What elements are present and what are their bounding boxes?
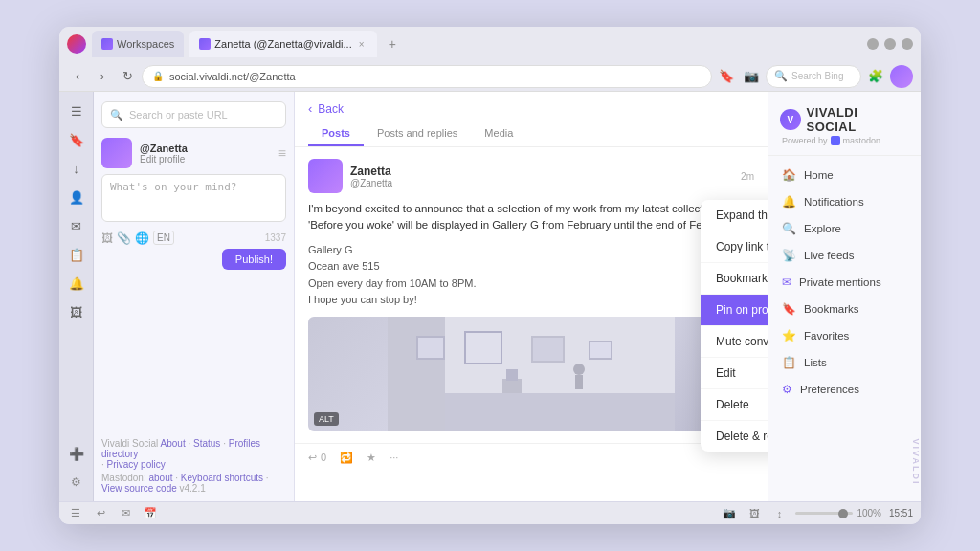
ctx-pin-profile[interactable]: Pin on profile bbox=[701, 295, 768, 326]
ctx-expand-post[interactable]: Expand this post bbox=[701, 200, 768, 231]
sidebar-contacts-icon[interactable]: 👤 bbox=[65, 186, 88, 209]
powered-by: Powered by mastodon bbox=[780, 136, 909, 145]
nav-private-mentions[interactable]: ✉ Private mentions bbox=[768, 269, 921, 296]
new-tab-button[interactable]: + bbox=[383, 34, 402, 54]
favorite-action[interactable]: ★ bbox=[367, 452, 376, 464]
reload-button[interactable]: ↻ bbox=[117, 66, 138, 87]
compose-input[interactable]: What's on your mind? bbox=[101, 174, 286, 222]
keyboard-shortcuts-link[interactable]: Keyboard shortcuts bbox=[181, 473, 263, 483]
sidebar-mail-icon[interactable]: ✉ bbox=[65, 214, 88, 237]
ctx-mute-conversation[interactable]: Mute conversation bbox=[701, 326, 768, 358]
bottom-panel-icon[interactable]: ☰ bbox=[67, 505, 84, 522]
explore-icon: 🔍 bbox=[782, 222, 796, 235]
bottom-calendar-icon[interactable]: 📅 bbox=[142, 505, 159, 522]
ctx-edit[interactable]: Edit bbox=[701, 358, 768, 389]
nav-home[interactable]: 🏠 Home bbox=[768, 162, 921, 188]
language-icon[interactable]: EN bbox=[153, 231, 174, 245]
nav-bookmarks[interactable]: 🔖 Bookmarks bbox=[768, 296, 921, 322]
vivaldi-social-label: Vivaldi Social bbox=[101, 438, 158, 449]
post-location: Gallery G Ocean ave 515 Open every day f… bbox=[308, 242, 754, 309]
sidebar-notes-icon[interactable]: 📋 bbox=[65, 243, 88, 266]
search-label: Search Bing bbox=[791, 71, 843, 81]
tab-posts-replies[interactable]: Posts and replies bbox=[364, 121, 471, 146]
tab-posts[interactable]: Posts bbox=[308, 121, 364, 146]
extensions-icon[interactable]: 🧩 bbox=[865, 66, 886, 87]
ctx-bookmark[interactable]: Bookmark bbox=[701, 263, 768, 295]
back-button[interactable]: ‹ bbox=[67, 66, 88, 87]
tab-media[interactable]: Media bbox=[471, 121, 526, 146]
nav-icons-right: 🔖 📷 bbox=[716, 66, 762, 87]
attach-image-icon[interactable]: 🖼 bbox=[101, 231, 113, 245]
address-bar[interactable]: 🔒 social.vivaldi.net/@Zanetta bbox=[142, 65, 712, 88]
context-menu: Expand this post Copy link to post Bookm… bbox=[701, 200, 768, 452]
boost-action[interactable]: 🔁 bbox=[340, 452, 353, 464]
tab-active-label: Zanetta (@Zanetta@vivaldi... bbox=[214, 38, 351, 50]
search-bar[interactable]: 🔍 Search Bing bbox=[766, 65, 861, 88]
about-link[interactable]: About bbox=[161, 438, 186, 449]
mastodon-label: mastodon bbox=[843, 136, 881, 145]
sidebar-add-icon[interactable]: ➕ bbox=[65, 442, 88, 465]
home-icon: 🏠 bbox=[782, 168, 796, 182]
sidebar-feeds-icon[interactable]: 🔔 bbox=[65, 272, 88, 295]
nav-preferences[interactable]: ⚙ Preferences bbox=[768, 376, 921, 403]
nav-explore[interactable]: 🔍 Explore bbox=[768, 215, 921, 242]
favorites-icon: ⭐ bbox=[782, 329, 796, 342]
view-source-link[interactable]: View source code bbox=[101, 483, 177, 494]
sidebar-panels-icon[interactable]: ☰ bbox=[65, 99, 88, 122]
bottom-sync-icon[interactable]: ↕ bbox=[770, 505, 788, 522]
forward-button[interactable]: › bbox=[92, 66, 113, 87]
avatar bbox=[101, 138, 132, 168]
publish-button[interactable]: Publish! bbox=[222, 249, 286, 270]
bottom-mail-icon[interactable]: ✉ bbox=[117, 505, 134, 522]
bookmark-icon[interactable]: 🔖 bbox=[716, 66, 737, 87]
nav-notifications[interactable]: 🔔 Notifications bbox=[768, 188, 921, 215]
nav-notifications-label: Notifications bbox=[804, 196, 864, 208]
attach-file-icon[interactable]: 📎 bbox=[117, 231, 131, 245]
search-box[interactable]: 🔍 Search or paste URL bbox=[101, 101, 286, 128]
tab-close-button[interactable]: × bbox=[356, 38, 368, 50]
bottom-camera-icon[interactable]: 📷 bbox=[721, 505, 738, 522]
globe-icon[interactable]: 🌐 bbox=[135, 231, 149, 245]
nav-private-mentions-label: Private mentions bbox=[799, 276, 881, 288]
minimize-button[interactable] bbox=[867, 38, 879, 50]
reply-action[interactable]: ↩ 0 bbox=[308, 452, 326, 464]
zoom-slider[interactable] bbox=[795, 512, 853, 515]
svg-rect-12 bbox=[502, 379, 522, 393]
content-panel: 🔍 Search or paste URL @Zanetta Edit prof… bbox=[94, 92, 921, 501]
nav-lists[interactable]: 📋 Lists bbox=[768, 349, 921, 376]
mastodon-about-link[interactable]: about bbox=[148, 473, 172, 483]
boost-icon: 🔁 bbox=[340, 452, 353, 464]
tab-active[interactable]: Zanetta (@Zanetta@vivaldi... × bbox=[189, 31, 376, 57]
status-link[interactable]: Status bbox=[193, 438, 220, 449]
alt-badge: ALT bbox=[314, 412, 339, 426]
address-lock-icon: 🔒 bbox=[152, 71, 164, 81]
compose-menu-icon[interactable]: ≡ bbox=[278, 145, 286, 161]
post-user-info: Zanetta @Zanetta bbox=[350, 165, 392, 188]
maximize-button[interactable] bbox=[884, 38, 896, 50]
nav-favorites[interactable]: ⭐ Favorites bbox=[768, 322, 921, 349]
bottom-image-icon[interactable]: 🖼 bbox=[746, 505, 763, 522]
sidebar-settings-icon[interactable]: ⚙ bbox=[65, 471, 88, 494]
back-nav[interactable]: ‹ Back bbox=[295, 92, 768, 121]
more-action[interactable]: ··· bbox=[390, 452, 398, 463]
ctx-delete[interactable]: Delete bbox=[701, 389, 768, 421]
sidebar-bookmarks-icon[interactable]: 🔖 bbox=[65, 128, 88, 151]
user-info: @Zanetta Edit profile ≡ bbox=[101, 138, 286, 168]
sidebar-photos-icon[interactable]: 🖼 bbox=[65, 300, 88, 323]
account-icon[interactable] bbox=[890, 65, 913, 88]
sidebar-downloads-icon[interactable]: ↓ bbox=[65, 157, 88, 180]
nav-live-feeds[interactable]: 📡 Live feeds bbox=[768, 242, 921, 269]
zoom-handle[interactable] bbox=[838, 509, 848, 518]
tab-workspaces[interactable]: Workspaces bbox=[92, 31, 184, 57]
more-icon: ··· bbox=[390, 452, 398, 463]
bookmarks-icon: 🔖 bbox=[782, 302, 796, 316]
camera-icon[interactable]: 📷 bbox=[741, 66, 762, 87]
bottom-history-icon[interactable]: ↩ bbox=[92, 505, 109, 522]
close-button[interactable] bbox=[902, 38, 913, 50]
privacy-policy-link[interactable]: Privacy policy bbox=[107, 459, 166, 470]
post-header: Zanetta @Zanetta 2m bbox=[308, 159, 754, 193]
time-display: 15:51 bbox=[889, 508, 913, 518]
feed-tabs: Posts Posts and replies Media bbox=[295, 121, 768, 147]
ctx-delete-redraft[interactable]: Delete & re-draft bbox=[701, 421, 768, 452]
ctx-copy-link[interactable]: Copy link to post bbox=[701, 231, 768, 263]
